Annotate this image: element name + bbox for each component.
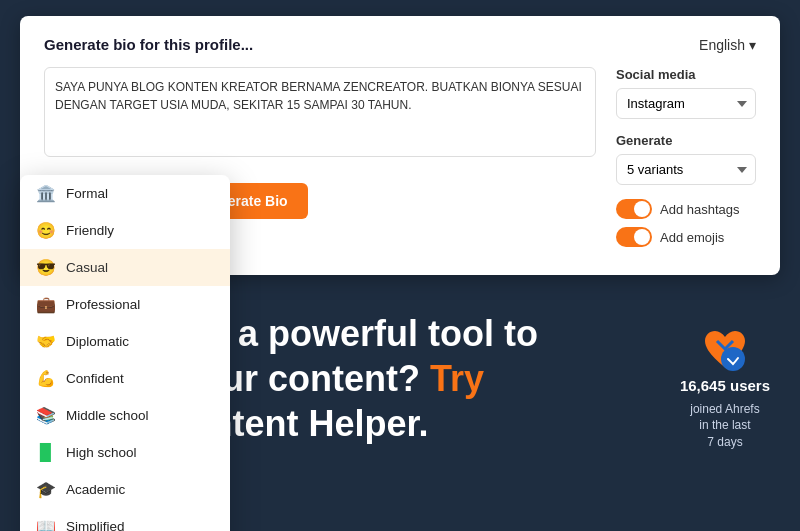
confident-emoji: 💪 bbox=[36, 369, 56, 388]
tone-dropdown-menu: 🏛️ Formal 😊 Friendly 😎 Casual 💼 Professi… bbox=[20, 175, 230, 531]
social-media-select[interactable]: Instagram Twitter LinkedIn Facebook bbox=[616, 88, 756, 119]
language-label: English bbox=[699, 37, 745, 53]
middle-school-emoji: 📚 bbox=[36, 406, 56, 425]
professional-label: Professional bbox=[66, 297, 140, 312]
emojis-toggle[interactable] bbox=[616, 227, 652, 247]
hashtags-toggle-row: Add hashtags bbox=[616, 199, 756, 219]
svg-point-0 bbox=[721, 347, 745, 371]
bio-textarea[interactable] bbox=[44, 67, 596, 157]
variants-select[interactable]: 1 variant 3 variants 5 variants 10 varia… bbox=[616, 154, 756, 185]
tone-option-formal[interactable]: 🏛️ Formal bbox=[20, 175, 230, 212]
social-media-label: Social media bbox=[616, 67, 756, 82]
generate-label-2: Generate bbox=[616, 133, 756, 148]
hashtags-label: Add hashtags bbox=[660, 202, 740, 217]
casual-label: Casual bbox=[66, 260, 108, 275]
diplomatic-emoji: 🤝 bbox=[36, 332, 56, 351]
friendly-label: Friendly bbox=[66, 223, 114, 238]
badge-heart-icon bbox=[701, 327, 749, 371]
professional-emoji: 💼 bbox=[36, 295, 56, 314]
casual-emoji: 😎 bbox=[36, 258, 56, 277]
academic-label: Academic bbox=[66, 482, 125, 497]
tone-option-middle-school[interactable]: 📚 Middle school bbox=[20, 397, 230, 434]
badge-section: 16,645 users joined Ahrefs in the last 7… bbox=[680, 327, 770, 451]
tone-option-high-school[interactable]: ▉ High school bbox=[20, 434, 230, 471]
badge-description: joined Ahrefs in the last 7 days bbox=[690, 401, 759, 451]
language-selector[interactable]: English ▾ bbox=[699, 37, 756, 53]
diplomatic-label: Diplomatic bbox=[66, 334, 129, 349]
tone-option-confident[interactable]: 💪 Confident bbox=[20, 360, 230, 397]
high-school-label: High school bbox=[66, 445, 137, 460]
tone-option-professional[interactable]: 💼 Professional bbox=[20, 286, 230, 323]
hero-cta: Try bbox=[430, 358, 484, 399]
confident-label: Confident bbox=[66, 371, 124, 386]
formal-label: Formal bbox=[66, 186, 108, 201]
high-school-emoji: ▉ bbox=[36, 443, 56, 462]
badge-count: 16,645 users bbox=[680, 377, 770, 395]
emojis-toggle-row: Add emojis bbox=[616, 227, 756, 247]
simplified-emoji: 📖 bbox=[36, 517, 56, 531]
card-header: Generate bio for this profile... English… bbox=[44, 36, 756, 53]
friendly-emoji: 😊 bbox=[36, 221, 56, 240]
tone-option-simplified[interactable]: 📖 Simplified bbox=[20, 508, 230, 531]
tone-option-casual[interactable]: 😎 Casual bbox=[20, 249, 230, 286]
tone-option-diplomatic[interactable]: 🤝 Diplomatic bbox=[20, 323, 230, 360]
hashtags-toggle[interactable] bbox=[616, 199, 652, 219]
language-chevron-icon: ▾ bbox=[749, 37, 756, 53]
emojis-label: Add emojis bbox=[660, 230, 724, 245]
formal-emoji: 🏛️ bbox=[36, 184, 56, 203]
tone-option-academic[interactable]: 🎓 Academic bbox=[20, 471, 230, 508]
right-section: Social media Instagram Twitter LinkedIn … bbox=[616, 67, 756, 255]
simplified-label: Simplified bbox=[66, 519, 125, 531]
academic-emoji: 🎓 bbox=[36, 480, 56, 499]
middle-school-label: Middle school bbox=[66, 408, 149, 423]
tone-option-friendly[interactable]: 😊 Friendly bbox=[20, 212, 230, 249]
card-title: Generate bio for this profile... bbox=[44, 36, 253, 53]
